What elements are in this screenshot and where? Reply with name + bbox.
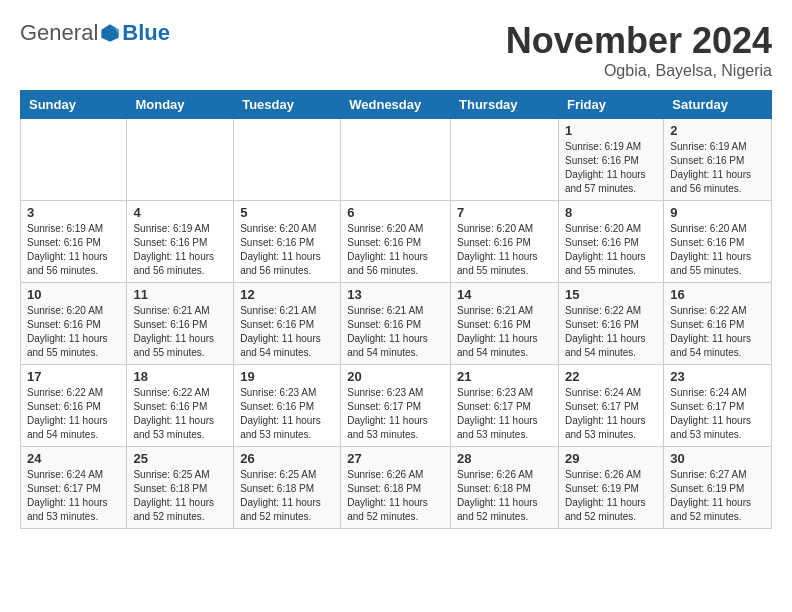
day-number: 5 xyxy=(240,205,334,220)
day-info: Sunrise: 6:20 AM Sunset: 6:16 PM Dayligh… xyxy=(670,222,765,278)
day-info: Sunrise: 6:23 AM Sunset: 6:16 PM Dayligh… xyxy=(240,386,334,442)
logo-icon xyxy=(100,23,120,43)
day-info: Sunrise: 6:21 AM Sunset: 6:16 PM Dayligh… xyxy=(240,304,334,360)
day-number: 8 xyxy=(565,205,657,220)
location: Ogbia, Bayelsa, Nigeria xyxy=(506,62,772,80)
calendar-cell: 6Sunrise: 6:20 AM Sunset: 6:16 PM Daylig… xyxy=(341,201,451,283)
day-info: Sunrise: 6:25 AM Sunset: 6:18 PM Dayligh… xyxy=(240,468,334,524)
day-number: 17 xyxy=(27,369,120,384)
day-info: Sunrise: 6:22 AM Sunset: 6:16 PM Dayligh… xyxy=(670,304,765,360)
calendar-cell xyxy=(127,119,234,201)
weekday-header-friday: Friday xyxy=(558,91,663,119)
calendar-cell: 1Sunrise: 6:19 AM Sunset: 6:16 PM Daylig… xyxy=(558,119,663,201)
day-number: 21 xyxy=(457,369,552,384)
day-info: Sunrise: 6:23 AM Sunset: 6:17 PM Dayligh… xyxy=(457,386,552,442)
day-number: 27 xyxy=(347,451,444,466)
day-info: Sunrise: 6:19 AM Sunset: 6:16 PM Dayligh… xyxy=(133,222,227,278)
logo-general: General xyxy=(20,20,98,46)
weekday-header-wednesday: Wednesday xyxy=(341,91,451,119)
day-number: 26 xyxy=(240,451,334,466)
day-info: Sunrise: 6:20 AM Sunset: 6:16 PM Dayligh… xyxy=(240,222,334,278)
day-info: Sunrise: 6:20 AM Sunset: 6:16 PM Dayligh… xyxy=(347,222,444,278)
calendar-cell: 10Sunrise: 6:20 AM Sunset: 6:16 PM Dayli… xyxy=(21,283,127,365)
day-info: Sunrise: 6:24 AM Sunset: 6:17 PM Dayligh… xyxy=(670,386,765,442)
day-number: 3 xyxy=(27,205,120,220)
day-info: Sunrise: 6:22 AM Sunset: 6:16 PM Dayligh… xyxy=(133,386,227,442)
day-info: Sunrise: 6:20 AM Sunset: 6:16 PM Dayligh… xyxy=(27,304,120,360)
weekday-header-saturday: Saturday xyxy=(664,91,772,119)
day-number: 24 xyxy=(27,451,120,466)
page-header: General Blue November 2024 Ogbia, Bayels… xyxy=(20,20,772,80)
weekday-header-thursday: Thursday xyxy=(451,91,559,119)
day-number: 20 xyxy=(347,369,444,384)
day-number: 30 xyxy=(670,451,765,466)
day-info: Sunrise: 6:26 AM Sunset: 6:19 PM Dayligh… xyxy=(565,468,657,524)
title-section: November 2024 Ogbia, Bayelsa, Nigeria xyxy=(506,20,772,80)
day-number: 15 xyxy=(565,287,657,302)
day-number: 2 xyxy=(670,123,765,138)
calendar-cell: 29Sunrise: 6:26 AM Sunset: 6:19 PM Dayli… xyxy=(558,447,663,529)
calendar-cell: 3Sunrise: 6:19 AM Sunset: 6:16 PM Daylig… xyxy=(21,201,127,283)
weekday-header-tuesday: Tuesday xyxy=(234,91,341,119)
calendar-cell: 21Sunrise: 6:23 AM Sunset: 6:17 PM Dayli… xyxy=(451,365,559,447)
calendar-cell: 14Sunrise: 6:21 AM Sunset: 6:16 PM Dayli… xyxy=(451,283,559,365)
day-number: 19 xyxy=(240,369,334,384)
logo-blue: Blue xyxy=(122,20,170,46)
calendar-cell: 16Sunrise: 6:22 AM Sunset: 6:16 PM Dayli… xyxy=(664,283,772,365)
day-info: Sunrise: 6:25 AM Sunset: 6:18 PM Dayligh… xyxy=(133,468,227,524)
day-number: 28 xyxy=(457,451,552,466)
calendar-cell: 23Sunrise: 6:24 AM Sunset: 6:17 PM Dayli… xyxy=(664,365,772,447)
calendar-cell: 26Sunrise: 6:25 AM Sunset: 6:18 PM Dayli… xyxy=(234,447,341,529)
day-number: 12 xyxy=(240,287,334,302)
day-number: 4 xyxy=(133,205,227,220)
week-row-1: 1Sunrise: 6:19 AM Sunset: 6:16 PM Daylig… xyxy=(21,119,772,201)
day-info: Sunrise: 6:24 AM Sunset: 6:17 PM Dayligh… xyxy=(27,468,120,524)
calendar-cell: 15Sunrise: 6:22 AM Sunset: 6:16 PM Dayli… xyxy=(558,283,663,365)
calendar-cell: 2Sunrise: 6:19 AM Sunset: 6:16 PM Daylig… xyxy=(664,119,772,201)
weekday-header-monday: Monday xyxy=(127,91,234,119)
calendar-cell: 12Sunrise: 6:21 AM Sunset: 6:16 PM Dayli… xyxy=(234,283,341,365)
day-number: 13 xyxy=(347,287,444,302)
day-info: Sunrise: 6:24 AM Sunset: 6:17 PM Dayligh… xyxy=(565,386,657,442)
day-number: 14 xyxy=(457,287,552,302)
week-row-2: 3Sunrise: 6:19 AM Sunset: 6:16 PM Daylig… xyxy=(21,201,772,283)
calendar-cell: 9Sunrise: 6:20 AM Sunset: 6:16 PM Daylig… xyxy=(664,201,772,283)
week-row-3: 10Sunrise: 6:20 AM Sunset: 6:16 PM Dayli… xyxy=(21,283,772,365)
calendar-cell: 17Sunrise: 6:22 AM Sunset: 6:16 PM Dayli… xyxy=(21,365,127,447)
day-info: Sunrise: 6:27 AM Sunset: 6:19 PM Dayligh… xyxy=(670,468,765,524)
week-row-4: 17Sunrise: 6:22 AM Sunset: 6:16 PM Dayli… xyxy=(21,365,772,447)
week-row-5: 24Sunrise: 6:24 AM Sunset: 6:17 PM Dayli… xyxy=(21,447,772,529)
day-number: 1 xyxy=(565,123,657,138)
day-info: Sunrise: 6:20 AM Sunset: 6:16 PM Dayligh… xyxy=(457,222,552,278)
day-number: 9 xyxy=(670,205,765,220)
month-title: November 2024 xyxy=(506,20,772,62)
day-number: 29 xyxy=(565,451,657,466)
day-info: Sunrise: 6:23 AM Sunset: 6:17 PM Dayligh… xyxy=(347,386,444,442)
calendar-cell: 20Sunrise: 6:23 AM Sunset: 6:17 PM Dayli… xyxy=(341,365,451,447)
day-info: Sunrise: 6:21 AM Sunset: 6:16 PM Dayligh… xyxy=(347,304,444,360)
day-info: Sunrise: 6:21 AM Sunset: 6:16 PM Dayligh… xyxy=(133,304,227,360)
day-number: 7 xyxy=(457,205,552,220)
day-info: Sunrise: 6:26 AM Sunset: 6:18 PM Dayligh… xyxy=(457,468,552,524)
day-info: Sunrise: 6:26 AM Sunset: 6:18 PM Dayligh… xyxy=(347,468,444,524)
calendar-cell: 7Sunrise: 6:20 AM Sunset: 6:16 PM Daylig… xyxy=(451,201,559,283)
day-number: 18 xyxy=(133,369,227,384)
calendar-cell: 27Sunrise: 6:26 AM Sunset: 6:18 PM Dayli… xyxy=(341,447,451,529)
day-number: 6 xyxy=(347,205,444,220)
day-number: 10 xyxy=(27,287,120,302)
calendar-cell xyxy=(234,119,341,201)
calendar-cell: 19Sunrise: 6:23 AM Sunset: 6:16 PM Dayli… xyxy=(234,365,341,447)
day-info: Sunrise: 6:19 AM Sunset: 6:16 PM Dayligh… xyxy=(27,222,120,278)
calendar-cell: 25Sunrise: 6:25 AM Sunset: 6:18 PM Dayli… xyxy=(127,447,234,529)
weekday-header-row: SundayMondayTuesdayWednesdayThursdayFrid… xyxy=(21,91,772,119)
day-info: Sunrise: 6:22 AM Sunset: 6:16 PM Dayligh… xyxy=(27,386,120,442)
svg-marker-0 xyxy=(102,24,119,41)
day-number: 25 xyxy=(133,451,227,466)
calendar-cell: 30Sunrise: 6:27 AM Sunset: 6:19 PM Dayli… xyxy=(664,447,772,529)
calendar-cell xyxy=(341,119,451,201)
day-info: Sunrise: 6:19 AM Sunset: 6:16 PM Dayligh… xyxy=(565,140,657,196)
calendar-cell: 8Sunrise: 6:20 AM Sunset: 6:16 PM Daylig… xyxy=(558,201,663,283)
day-info: Sunrise: 6:22 AM Sunset: 6:16 PM Dayligh… xyxy=(565,304,657,360)
calendar-table: SundayMondayTuesdayWednesdayThursdayFrid… xyxy=(20,90,772,529)
day-number: 16 xyxy=(670,287,765,302)
